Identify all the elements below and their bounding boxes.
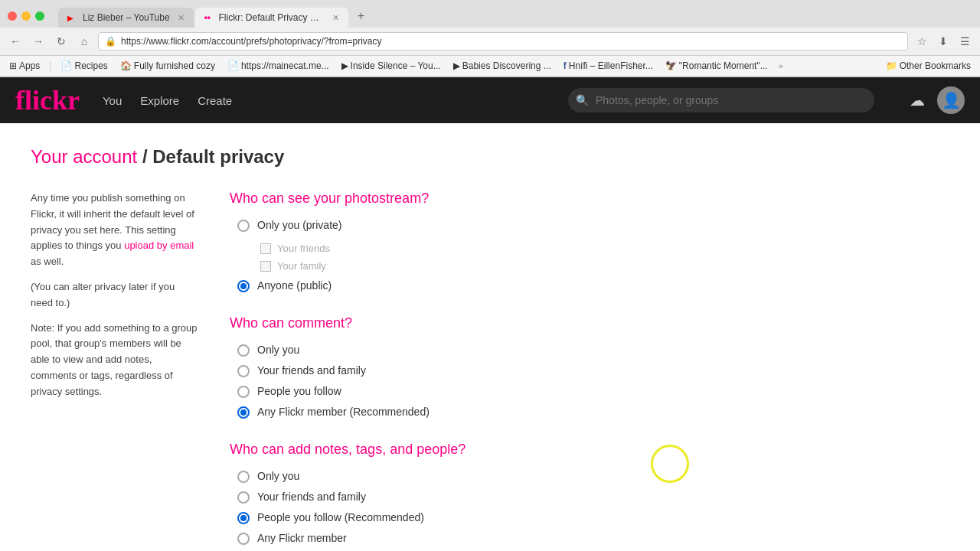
breadcrumb: Your account / Default privacy xyxy=(31,146,949,168)
flickr-logo[interactable]: flickr xyxy=(15,84,80,116)
apps-icon: ⊞ xyxy=(9,60,17,71)
notes-people-follow-label: People you follow (Recommended) xyxy=(257,511,424,523)
tab-flickr-title: Flickr: Default Privacy Sett... xyxy=(218,12,324,23)
minimize-button[interactable] xyxy=(21,11,31,21)
new-tab-button[interactable]: + xyxy=(350,5,372,28)
back-button[interactable]: ← xyxy=(6,32,24,51)
upload-by-email-link[interactable]: upload by email xyxy=(124,240,194,251)
photostream-anyone-radio[interactable] xyxy=(237,280,250,292)
avatar-image: 👤 xyxy=(937,86,965,114)
notes-radio-group: Only you Your friends and family People … xyxy=(230,470,949,545)
bookmark-apps[interactable]: ⊞ Apps xyxy=(6,59,43,73)
notes-any-flickr-radio[interactable] xyxy=(237,533,250,545)
bookmark-mainecat[interactable]: 📄 https://mainecat.me... xyxy=(224,59,332,73)
notes-people-follow-radio[interactable] xyxy=(237,512,250,524)
furnished-label: Fully furnished cozy xyxy=(134,60,215,71)
folder-icon: 📁 xyxy=(886,60,897,71)
photostream-anyone-item: Anyone (public) xyxy=(237,279,949,292)
sidebar-p1-end: as well. xyxy=(31,256,64,267)
romantic-favicon: 🦅 xyxy=(665,60,677,71)
sidebar-p3: Note: If you add something to a group po… xyxy=(31,321,199,400)
sidebar-p2: (You can alter privacy later if you need… xyxy=(31,279,199,311)
comment-people-follow-item: People you follow xyxy=(237,385,949,398)
notes-any-flickr-item: Any Flickr member xyxy=(237,532,949,545)
address-input[interactable] xyxy=(121,36,901,47)
bookmark-star-button[interactable]: ☆ xyxy=(913,32,931,51)
hnifi-favicon: f xyxy=(564,60,567,71)
photostream-only-you-radio[interactable] xyxy=(237,220,250,232)
comment-friends-family-item: Your friends and family xyxy=(237,364,949,377)
recipes-label: Recipes xyxy=(74,60,107,71)
youtube-favicon: ▶ xyxy=(67,12,78,23)
mainecat-favicon: 📄 xyxy=(227,60,239,71)
bookmark-recipes[interactable]: 📄 Recipes xyxy=(57,59,110,73)
photostream-radio-group: Only you (private) Your friends Your fam… xyxy=(230,219,949,292)
notes-friends-family-label: Your friends and family xyxy=(257,491,366,503)
bookmark-folder-other[interactable]: 📁 Other Bookmarks xyxy=(883,59,974,73)
babies-favicon: ▶ xyxy=(453,60,460,71)
reload-button[interactable]: ↻ xyxy=(52,32,70,51)
download-button[interactable]: ⬇ xyxy=(934,32,952,51)
recipes-favicon: 📄 xyxy=(60,60,72,71)
photostream-only-you-item: Only you (private) xyxy=(237,219,949,232)
tab-youtube-close[interactable]: ✕ xyxy=(178,13,185,23)
nav-you[interactable]: You xyxy=(103,94,122,107)
bookmark-inside-silence[interactable]: ▶ Inside Silence – You... xyxy=(338,59,444,73)
inside-silence-favicon: ▶ xyxy=(341,60,348,71)
breadcrumb-sep: / xyxy=(142,146,152,167)
comment-any-flickr-item: Any Flickr member (Recommended) xyxy=(237,406,949,419)
comment-only-you-label: Only you xyxy=(257,344,299,356)
nav-create[interactable]: Create xyxy=(198,94,232,107)
flickr-favicon: •• xyxy=(204,12,214,23)
notes-only-you-item: Only you xyxy=(237,470,949,483)
menu-button[interactable]: ☰ xyxy=(956,32,974,51)
family-checkbox-item: Your family xyxy=(260,260,949,272)
friends-checkbox[interactable] xyxy=(260,243,271,254)
maximize-button[interactable] xyxy=(35,11,44,21)
flickr-logo-pink: flickr xyxy=(15,85,80,116)
photostream-sub-checkboxes: Your friends Your family xyxy=(237,243,949,272)
comment-friends-family-radio[interactable] xyxy=(237,365,250,377)
search-input[interactable] xyxy=(568,88,874,112)
notes-friends-family-radio[interactable] xyxy=(237,491,250,504)
nav-explore[interactable]: Explore xyxy=(140,94,179,107)
bookmark-babies[interactable]: ▶ Babies Discovering ... xyxy=(450,59,554,73)
lock-icon: 🔒 xyxy=(105,36,116,47)
tab-flickr-close[interactable]: ✕ xyxy=(332,13,339,23)
family-checkbox[interactable] xyxy=(260,261,271,272)
main-nav: You Explore Create xyxy=(103,94,232,107)
address-bar: 🔒 xyxy=(98,32,908,51)
breadcrumb-account-link[interactable]: Your account xyxy=(31,146,137,167)
header-actions: ☁ 👤 xyxy=(910,86,965,114)
comment-only-you-radio[interactable] xyxy=(237,344,250,357)
comment-only-you-item: Only you xyxy=(237,344,949,357)
notes-only-you-radio[interactable] xyxy=(237,471,250,483)
photostream-anyone-label: Anyone (public) xyxy=(257,279,332,292)
privacy-sections: Who can see your photostream? Only you (… xyxy=(230,191,949,551)
flickr-header: flickr You Explore Create 🔍 ☁ 👤 xyxy=(0,77,980,123)
notes-section-title: Who can add notes, tags, and people? xyxy=(230,442,949,458)
friends-checkbox-item: Your friends xyxy=(260,243,949,254)
comment-any-flickr-label: Any Flickr member (Recommended) xyxy=(257,406,430,418)
home-button[interactable]: ⌂ xyxy=(75,32,93,51)
avatar[interactable]: 👤 xyxy=(937,86,965,114)
breadcrumb-current: Default privacy xyxy=(152,146,284,167)
tab-flickr[interactable]: •• Flickr: Default Privacy Sett... ✕ xyxy=(195,8,348,28)
comment-any-flickr-radio[interactable] xyxy=(237,406,250,419)
close-button[interactable] xyxy=(8,11,17,21)
romantic-label: "Romantic Moment"... xyxy=(679,60,768,71)
other-bookmarks-label: Other Bookmarks xyxy=(900,60,971,71)
bookmark-romantic[interactable]: 🦅 "Romantic Moment"... xyxy=(662,59,771,73)
forward-button[interactable]: → xyxy=(29,32,47,51)
hnifi-label: Hnífi – EillenFisher... xyxy=(569,60,653,71)
notes-people-follow-item: People you follow (Recommended) xyxy=(237,511,949,524)
bookmark-hnifi[interactable]: f Hnífi – EillenFisher... xyxy=(560,59,656,73)
upload-button[interactable]: ☁ xyxy=(910,91,925,109)
bookmark-furnished[interactable]: 🏠 Fully furnished cozy xyxy=(117,59,218,73)
tab-youtube[interactable]: ▶ Liz Bieber – YouTube ✕ xyxy=(58,8,194,28)
comment-people-follow-radio[interactable] xyxy=(237,386,250,398)
babies-label: Babies Discovering ... xyxy=(462,60,551,71)
more-bookmarks-indicator[interactable]: » xyxy=(779,61,783,70)
family-checkbox-label: Your family xyxy=(277,260,326,272)
comment-people-follow-label: People you follow xyxy=(257,385,341,397)
